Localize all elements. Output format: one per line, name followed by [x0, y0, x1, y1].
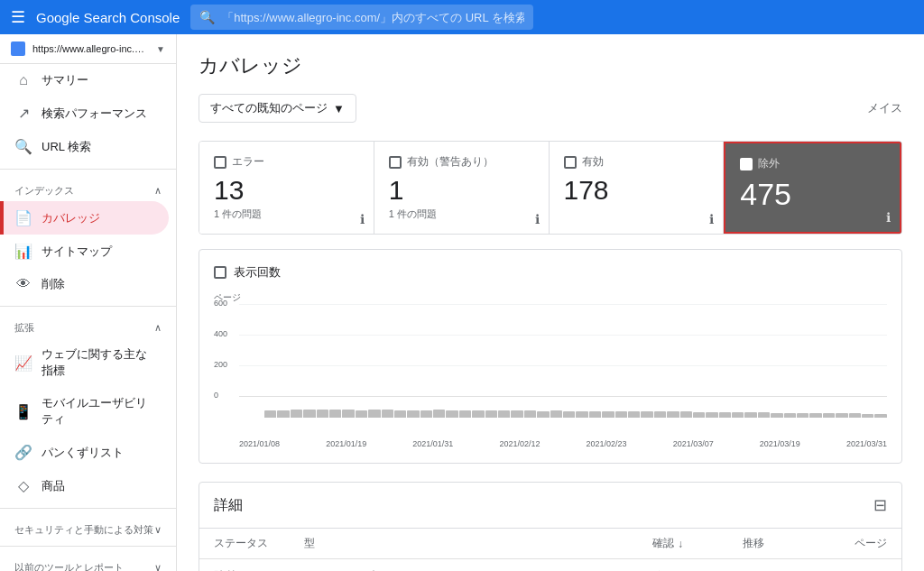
- page-title: カバレッジ: [199, 52, 902, 79]
- extensions-section-label: 拡張: [14, 321, 34, 335]
- x-label-3: 2021/01/31: [412, 439, 453, 448]
- chevron-down-icon: ∨: [154, 524, 162, 536]
- stat-label-warning: 有効（警告あり）: [407, 154, 494, 170]
- sidebar-item-mobile-usability[interactable]: 📱 モバイルユーザビリティ: [0, 387, 169, 436]
- info-icon-error: ℹ: [360, 212, 365, 226]
- sidebar-item-products[interactable]: ◇ 商品: [0, 469, 169, 502]
- chart-bar: [719, 412, 731, 418]
- sidebar-item-sitemap[interactable]: 📊 サイトマップ: [0, 235, 169, 268]
- col-type: 型: [304, 536, 652, 551]
- menu-icon[interactable]: ☰: [11, 7, 25, 27]
- chevron-down-icon: ▼: [156, 44, 165, 54]
- chart-bar: [459, 410, 471, 418]
- filter-pages-button[interactable]: すべての既知のページ ▼: [199, 94, 356, 123]
- chart-bar: [654, 411, 666, 418]
- content-area: カバレッジ すべての既知のページ ▼ メイス エラー 13 1 件の問題 ℹ: [177, 34, 924, 571]
- chart-bar: [550, 410, 562, 418]
- home-icon: ⌂: [14, 72, 32, 88]
- chart-section: 表示回数 ページ 600 400 200 0 2021/01/08 2021/0…: [199, 249, 902, 464]
- chart-bar: [693, 412, 705, 418]
- chart-bar: [615, 411, 627, 418]
- sidebar-item-label: カバレッジ: [42, 210, 100, 226]
- stat-label-excluded: 除外: [758, 156, 780, 171]
- table-row[interactable]: 除外 ページにリダイレクトがあります 該当なし 257: [199, 559, 901, 571]
- chart-bar: [744, 412, 756, 418]
- chart-bar: [420, 410, 432, 418]
- mobile-icon: 📱: [14, 403, 32, 420]
- divider: [0, 508, 176, 509]
- sidebar-item-web-vitals[interactable]: 📈 ウェブに関する主な指標: [0, 338, 169, 387]
- stat-card-warning[interactable]: 有効（警告あり） 1 1 件の問題 ℹ: [374, 142, 550, 234]
- legacy-section-header[interactable]: 以前のツールとレポート ∨: [0, 552, 176, 571]
- site-url: https://www.allegro-inc.com/: [32, 43, 149, 54]
- site-selector[interactable]: https://www.allegro-inc.com/ ▼: [0, 34, 176, 64]
- chart-bar: [849, 413, 861, 418]
- y-400: 400: [214, 329, 227, 338]
- chevron-up-icon: ∧: [154, 322, 162, 334]
- stat-value-warning: 1: [389, 177, 534, 204]
- y-0: 0: [214, 391, 218, 400]
- stat-card-valid[interactable]: 有効 178 ℹ: [550, 142, 725, 234]
- sidebar-item-summary[interactable]: ⌂ サマリー: [0, 64, 169, 97]
- stats-cards: エラー 13 1 件の問題 ℹ 有効（警告あり） 1 1 件の問題 ℹ 有効: [199, 141, 902, 235]
- app-title: Google Search Console: [36, 10, 180, 25]
- x-label-1: 2021/01/08: [239, 439, 280, 448]
- index-section-header[interactable]: インデックス ∧: [0, 175, 176, 201]
- extensions-section-header[interactable]: 拡張 ∧: [0, 312, 176, 338]
- topbar: ☰ Google Search Console 🔍: [0, 0, 924, 34]
- col-status: ステータス: [214, 536, 304, 551]
- chart-bar: [317, 410, 328, 418]
- search-input[interactable]: [222, 11, 524, 24]
- chart-bar: [485, 410, 497, 418]
- col-pages: ページ: [833, 536, 887, 551]
- chart-bar: [680, 411, 692, 418]
- security-section-header[interactable]: セキュリティと手動による対策 ∨: [0, 514, 176, 540]
- stat-checkbox-valid: [564, 156, 577, 169]
- chart-bar: [291, 410, 302, 418]
- x-label-7: 2021/03/19: [760, 439, 800, 448]
- search-bar[interactable]: 🔍: [190, 5, 533, 30]
- stat-label-error: エラー: [232, 154, 264, 170]
- chart-toggle[interactable]: 表示回数: [214, 264, 887, 281]
- chart-bar: [784, 413, 796, 419]
- sidebar-item-search-performance[interactable]: ↗ 検索パフォーマンス: [0, 97, 169, 130]
- chart-bar: [264, 410, 276, 418]
- chart-bar: [382, 410, 393, 418]
- divider: [0, 546, 176, 547]
- eye-icon: 👁: [14, 276, 32, 292]
- sidebar-item-label: サイトマップ: [42, 244, 112, 260]
- stat-checkbox-warning: [389, 156, 402, 169]
- chevron-down-icon: ∨: [154, 562, 162, 571]
- chart-checkbox: [214, 266, 226, 279]
- chart-bar: [394, 410, 406, 418]
- x-label-5: 2021/02/23: [587, 439, 627, 448]
- chart-bar: [303, 410, 315, 418]
- sidebar-item-removal[interactable]: 👁 削除: [0, 268, 169, 300]
- chart-bar: [277, 410, 289, 418]
- stat-card-error[interactable]: エラー 13 1 件の問題 ℹ: [199, 142, 374, 234]
- sidebar-item-url-inspection[interactable]: 🔍 URL 検索: [0, 130, 169, 163]
- chart-bar: [433, 410, 445, 418]
- col-confirm[interactable]: 確認 ↓: [652, 536, 743, 551]
- stat-card-excluded[interactable]: 除外 475 ℹ: [724, 142, 901, 234]
- chart-bar: [356, 410, 367, 418]
- stat-sub-warning: 1 件の問題: [389, 207, 534, 221]
- chart-bar: [823, 413, 835, 418]
- y-600: 600: [214, 299, 227, 308]
- file-icon: 📄: [14, 209, 32, 226]
- divider: [0, 169, 176, 170]
- sidebar-item-label: サマリー: [42, 72, 88, 88]
- details-section: 詳細 ⊟ ステータス 型 確認 ↓ 推移 ページ 除外 ページにリダイレクトがあ…: [199, 482, 902, 571]
- sidebar-item-coverage[interactable]: 📄 カバレッジ: [0, 201, 169, 235]
- chart-bar: [628, 411, 640, 418]
- chart-bar: [472, 410, 484, 418]
- sidebar-item-breadcrumbs[interactable]: 🔗 パンくずリスト: [0, 436, 169, 469]
- chart-bar: [862, 414, 873, 418]
- sidebar: https://www.allegro-inc.com/ ▼ ⌂ サマリー ↗ …: [0, 34, 177, 571]
- index-section-label: インデックス: [14, 184, 74, 198]
- legacy-section-label: 以前のツールとレポート: [14, 561, 124, 571]
- table-header: ステータス 型 確認 ↓ 推移 ページ: [199, 529, 901, 559]
- grid-line: [239, 304, 887, 305]
- filter-icon[interactable]: ⊟: [873, 495, 887, 515]
- info-icon-valid: ℹ: [709, 212, 714, 226]
